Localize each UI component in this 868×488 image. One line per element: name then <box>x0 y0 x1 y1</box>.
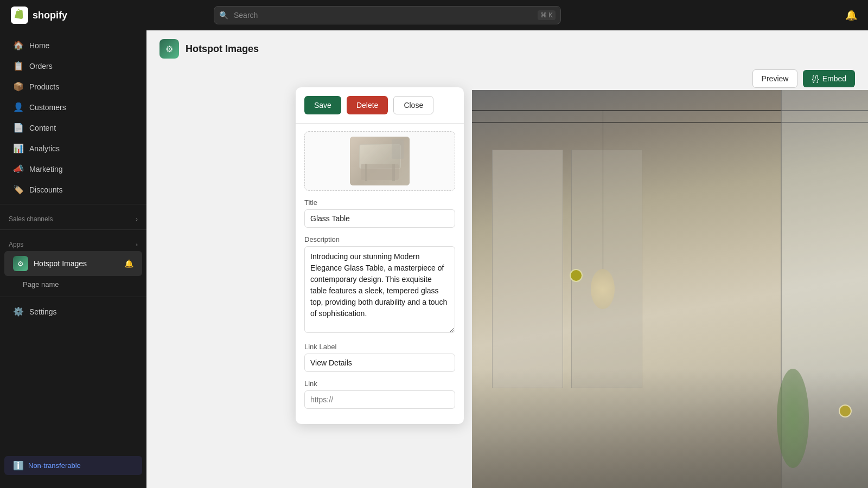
hotspot-images-label: Hotspot Images <box>34 259 87 268</box>
delete-button[interactable]: Delete <box>347 96 388 114</box>
main-layout: 🏠 Home 📋 Orders 📦 Products 👤 Customers 📄… <box>0 30 868 488</box>
title-input[interactable] <box>304 209 455 228</box>
chevron-right-icon: › <box>136 216 138 222</box>
product-thumb-inner <box>350 137 410 185</box>
analytics-icon: 📊 <box>13 143 24 153</box>
topbar-right: 🔔 <box>845 9 857 21</box>
sidebar-item-products[interactable]: 📦 Products <box>4 76 142 97</box>
orders-icon: 📋 <box>13 61 24 71</box>
image-preview-box <box>304 131 455 191</box>
marketing-icon: 📣 <box>13 164 24 174</box>
sidebar-item-home[interactable]: 🏠 Home <box>4 35 142 55</box>
sidebar-label-customers: Customers <box>29 103 66 112</box>
sidebar-divider-2 <box>0 229 146 230</box>
save-button[interactable]: Save <box>304 96 341 114</box>
info-circle-icon: ℹ️ <box>13 460 24 471</box>
sidebar-nav: 🏠 Home 📋 Orders 📦 Products 👤 Customers 📄… <box>0 30 146 326</box>
sidebar-label-analytics: Analytics <box>29 144 60 153</box>
link-label-label: Link Label <box>304 343 455 351</box>
content-icon: 📄 <box>13 123 24 133</box>
brand-logo[interactable]: shopify <box>11 7 67 24</box>
sidebar-label-orders: Orders <box>29 62 53 70</box>
edit-panel: Save Delete Close <box>296 87 464 424</box>
non-transferable-item[interactable]: ℹ️ Non-transferable <box>4 456 142 475</box>
apps-section[interactable]: Apps › <box>0 234 146 251</box>
sidebar-label-products: Products <box>29 82 59 91</box>
preview-button[interactable]: Preview <box>752 69 798 88</box>
sidebar-divider-1 <box>0 204 146 204</box>
sidebar-label-discounts: Discounts <box>29 185 62 194</box>
sidebar-label-content: Content <box>29 124 56 132</box>
brand-name: shopify <box>33 10 67 21</box>
sidebar-label-marketing: Marketing <box>29 165 62 174</box>
page-name-label: Page name <box>23 280 59 288</box>
hotspot-dot-2[interactable] <box>839 404 852 418</box>
sidebar-item-analytics[interactable]: 📊 Analytics <box>4 138 142 158</box>
search-input[interactable] <box>214 6 561 24</box>
settings-icon: ⚙️ <box>13 306 24 317</box>
content-area: ⚙ Hotspot Images Preview {/} Embed <box>146 30 868 488</box>
link-input[interactable] <box>304 390 455 409</box>
panel-actions: Save Delete Close <box>296 87 464 124</box>
sales-channels-label: Sales channels <box>9 215 53 223</box>
app-header-title: Hotspot Images <box>186 43 259 55</box>
hotspot-dot-1[interactable] <box>570 269 583 282</box>
sidebar-item-marketing[interactable]: 📣 Marketing <box>4 159 142 179</box>
notification-bell-icon[interactable]: 🔔 <box>845 10 857 21</box>
search-shortcut: ⌘ K <box>538 10 556 20</box>
discounts-icon: 🏷️ <box>13 184 24 195</box>
app-header-icon: ⚙ <box>159 39 179 59</box>
search-icon: 🔍 <box>219 11 228 20</box>
sidebar-item-orders[interactable]: 📋 Orders <box>4 56 142 76</box>
sales-channels-section[interactable]: Sales channels › <box>0 209 146 225</box>
product-thumbnail <box>350 137 410 185</box>
link-field-label: Link <box>304 380 455 388</box>
description-label: Description <box>304 235 455 243</box>
sidebar-item-discounts[interactable]: 🏷️ Discounts <box>4 179 142 200</box>
sidebar-label-home: Home <box>29 41 49 50</box>
link-label-input[interactable] <box>304 354 455 372</box>
chevron-right-icon-apps: › <box>136 241 138 248</box>
hotspot-images-left: ⚙ Hotspot Images <box>13 256 87 271</box>
app-header: ⚙ Hotspot Images <box>146 30 868 59</box>
non-transferable-label: Non-transferable <box>28 461 81 470</box>
topbar: shopify 🔍 ⌘ K 🔔 <box>0 0 868 30</box>
embed-button[interactable]: {/} Embed <box>803 70 855 87</box>
embed-icon: {/} <box>812 74 819 83</box>
notification-dot-icon: 🔔 <box>124 259 133 268</box>
sidebar: 🏠 Home 📋 Orders 📦 Products 👤 Customers 📄… <box>0 30 146 488</box>
sidebar-item-settings[interactable]: ⚙️ Settings <box>4 301 142 322</box>
sidebar-item-hotspot-images[interactable]: ⚙ Hotspot Images 🔔 <box>4 251 142 276</box>
sidebar-sub-page-name[interactable]: Page name <box>0 277 146 292</box>
sidebar-item-customers[interactable]: 👤 Customers <box>4 97 142 117</box>
sidebar-item-content[interactable]: 📄 Content <box>4 118 142 138</box>
home-icon: 🏠 <box>13 40 24 50</box>
hotspot-app-icon: ⚙ <box>13 256 28 271</box>
apps-label: Apps <box>9 241 23 248</box>
title-label: Title <box>304 198 455 207</box>
sidebar-divider-3 <box>0 297 146 297</box>
close-button[interactable]: Close <box>393 96 433 114</box>
panel-body: Title Description Introducing our stunni… <box>296 124 464 424</box>
embed-label: Embed <box>822 74 846 83</box>
search-bar: 🔍 ⌘ K <box>214 6 561 24</box>
sidebar-bottom: ℹ️ Non-transferable <box>0 445 146 477</box>
background-image <box>472 90 868 488</box>
products-icon: 📦 <box>13 81 24 92</box>
customers-icon: 👤 <box>13 102 24 112</box>
room-image <box>472 90 868 488</box>
description-textarea[interactable]: Introducing our stunning Modern Elegance… <box>304 246 455 333</box>
settings-label: Settings <box>29 307 57 316</box>
